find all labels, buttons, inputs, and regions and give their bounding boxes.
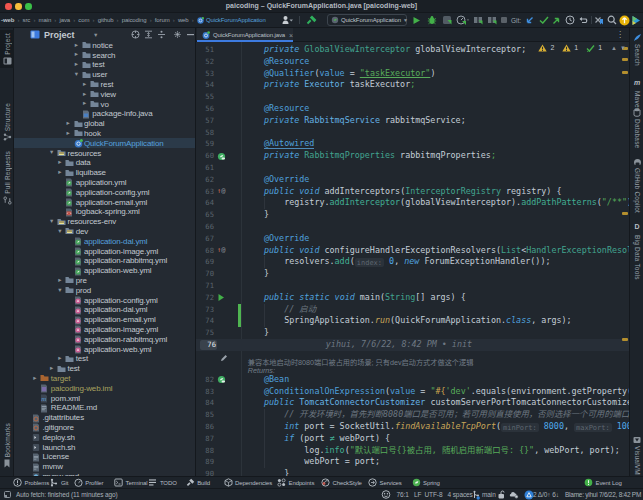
coding-guidelines-icon[interactable]: [594, 13, 604, 27]
tree-item-.gitattributes[interactable]: .gitattributes: [14, 412, 195, 422]
tool-stripe-bookmarks[interactable]: Bookmarks: [0, 420, 14, 471]
tree-item-License[interactable]: License: [14, 452, 195, 462]
rendered-doc-comment[interactable]: 兼容本地启动时8080端口被占用的场景; 只有dev启动方式才做这个逻辑Retu…: [244, 351, 619, 374]
tree-item-application-email.yml[interactable]: application-email.yml: [14, 314, 195, 324]
caret-position[interactable]: 76:1: [397, 489, 409, 500]
code-line-52[interactable]: 52 @Resource: [196, 56, 629, 68]
chevron-collapsed-icon[interactable]: ▸: [75, 41, 78, 49]
chevron-collapsed-icon[interactable]: ▸: [67, 119, 70, 127]
chevron-collapsed-icon[interactable]: ▸: [75, 60, 78, 68]
code-line-67[interactable]: 67 @Override: [196, 233, 629, 245]
code-line-66[interactable]: 66: [196, 221, 629, 233]
tool-window-button-dependencies[interactable]: Dependencies: [224, 477, 273, 488]
chevron-collapsed-icon[interactable]: ▸: [75, 50, 78, 58]
chevron-expanded-icon[interactable]: ▾: [50, 148, 53, 156]
code-line-86[interactable]: 86 int port = SocketUtil.findAvailableTc…: [196, 421, 629, 433]
tree-item-application-image.yml[interactable]: application-image.yml: [14, 246, 195, 256]
update-project-button[interactable]: [525, 13, 534, 27]
chevron-collapsed-icon[interactable]: ▸: [33, 374, 36, 382]
tool-window-button-terminal[interactable]: Terminal: [114, 477, 147, 488]
search-everywhere-icon[interactable]: [607, 13, 617, 27]
settings-gear-icon[interactable]: [173, 30, 182, 39]
tool-stripe-big-data-tools[interactable]: DBig Data Tools: [630, 212, 643, 283]
code-line-63[interactable]: 63↑@ public void addInterceptors(Interce…: [196, 186, 629, 198]
tool-stripe-search[interactable]: Search: [630, 30, 643, 69]
profiler-snapshot-button[interactable]: [487, 13, 497, 27]
code-line-72[interactable]: 72 public static void main(String[] args…: [196, 292, 629, 304]
code-line-55[interactable]: 55: [196, 91, 629, 103]
tree-item-global[interactable]: ▸global: [14, 118, 195, 128]
tree-item-mvnw[interactable]: mvnw: [14, 461, 195, 471]
tree-item-paicoding-web.iml[interactable]: paicoding-web.iml: [14, 383, 195, 393]
breadcrumb-item[interactable]: paicoding: [122, 17, 147, 23]
tree-item-liquibase[interactable]: ▸liquibase: [14, 167, 195, 177]
code-with-me-icon[interactable]: [281, 13, 293, 27]
chevron-collapsed-icon[interactable]: ▸: [83, 90, 86, 98]
override-gutter-icon[interactable]: ↑@: [217, 245, 235, 257]
tool-stripe-pull-requests[interactable]: Pull Requests: [0, 148, 14, 208]
tree-item-launch.sh[interactable]: launch.sh: [14, 442, 195, 452]
tree-item-.gitignore[interactable]: .gitignore: [14, 422, 195, 432]
chevron-down-icon[interactable]: ▼: [93, 32, 98, 38]
line-separator-indicator[interactable]: LF: [414, 489, 421, 500]
tree-item-rest[interactable]: ▸rest: [14, 79, 195, 89]
chevron-collapsed-icon[interactable]: ▸: [58, 158, 61, 166]
tree-item-application-web.yml[interactable]: application-web.yml: [14, 344, 195, 354]
code-line-62[interactable]: 62 @Override: [196, 174, 629, 186]
tree-item-target[interactable]: ▸target: [14, 373, 195, 383]
chevron-collapsed-icon[interactable]: ▸: [67, 129, 70, 137]
locate-file-icon[interactable]: [131, 30, 140, 39]
tree-item-application-email.yml[interactable]: application-email.yml: [14, 197, 195, 207]
tool-window-button-build[interactable]: Build: [186, 477, 210, 488]
breadcrumb-item[interactable]: forum: [155, 17, 170, 23]
tree-item-application-web.yml[interactable]: application-web.yml: [14, 265, 195, 275]
bean-gutter-icon[interactable]: [217, 150, 235, 162]
code-line-64[interactable]: 64 registry.addInterceptor(globalViewInt…: [196, 197, 629, 209]
tool-stripe-structure[interactable]: Structure: [0, 100, 14, 144]
tree-item-application-config.yml[interactable]: application-config.yml: [14, 295, 195, 305]
tree-item-application-config.yml[interactable]: application-config.yml: [14, 187, 195, 197]
code-line-84[interactable]: 84 public TomcatConnectorCustomizer cust…: [196, 397, 629, 409]
tree-item-dev[interactable]: ▾dev: [14, 226, 195, 236]
breadcrumb-item[interactable]: web: [178, 17, 189, 23]
code-line-68[interactable]: 68↑@ public void configureHandlerExcepti…: [196, 245, 629, 257]
chevron-collapsed-icon[interactable]: ▸: [83, 99, 86, 107]
tree-item-vo[interactable]: ▸vo: [14, 99, 195, 109]
code-line-71[interactable]: 71: [196, 280, 629, 292]
tool-window-button-endpoints[interactable]: Endpoints: [277, 477, 314, 488]
close-tab-icon[interactable]: ×: [289, 32, 293, 39]
tree-item-application-dal.yml[interactable]: application-dal.yml: [14, 305, 195, 315]
tool-stripe-database[interactable]: Database: [630, 105, 643, 151]
tree-item-resources-env[interactable]: ▾resources-env: [14, 216, 195, 226]
chevron-collapsed-icon[interactable]: ▸: [58, 276, 61, 284]
code-line-87[interactable]: 87 if (port ≠ webPort) {: [196, 433, 629, 445]
project-panel-title[interactable]: Project: [44, 30, 75, 40]
breadcrumb-item[interactable]: src: [23, 17, 31, 23]
chevron-expanded-icon[interactable]: ▾: [58, 227, 61, 235]
error-stripe-mark[interactable]: [622, 58, 628, 61]
inspections-widget[interactable]: 211▲▼: [538, 44, 626, 52]
tool-windows-icon[interactable]: [4, 491, 11, 498]
code-line-57[interactable]: 57 private RabbitmqService rabbitmqServi…: [196, 115, 629, 127]
profile-button[interactable]: [456, 13, 469, 27]
tree-item-resources[interactable]: ▾resources: [14, 148, 195, 158]
lock-icon[interactable]: [497, 489, 506, 500]
commit-button[interactable]: [539, 13, 549, 27]
run-configuration-select[interactable]: QuickForumApplication▼: [327, 14, 407, 26]
tree-item-README.md[interactable]: README.md: [14, 403, 195, 413]
tree-item-test[interactable]: ▸test: [14, 363, 195, 373]
rollback-button[interactable]: [578, 13, 588, 27]
breadcrumb-item[interactable]: main: [39, 17, 52, 23]
code-line-59[interactable]: 59 @Autowired: [196, 138, 629, 150]
copilot-status-icon[interactable]: [381, 489, 391, 500]
tree-item-QuickForumApplication[interactable]: QuickForumApplication: [14, 138, 195, 148]
bean-gutter-icon[interactable]: [217, 374, 235, 386]
code-line-75[interactable]: 75 }: [196, 327, 629, 339]
breadcrumb-item[interactable]: -web: [1, 17, 14, 23]
run-with-coverage-button[interactable]: [442, 13, 452, 27]
breadcrumb-item[interactable]: QuickForumApplication: [206, 17, 266, 23]
tab-options-icon[interactable]: ⋮: [616, 30, 624, 39]
tree-item-view[interactable]: ▸view: [14, 89, 195, 99]
code-line-88[interactable]: 88 log.info("默认端口号{}被占用, 随机启用新端口号: {}", …: [196, 445, 629, 457]
hide-panel-icon[interactable]: [186, 30, 195, 39]
